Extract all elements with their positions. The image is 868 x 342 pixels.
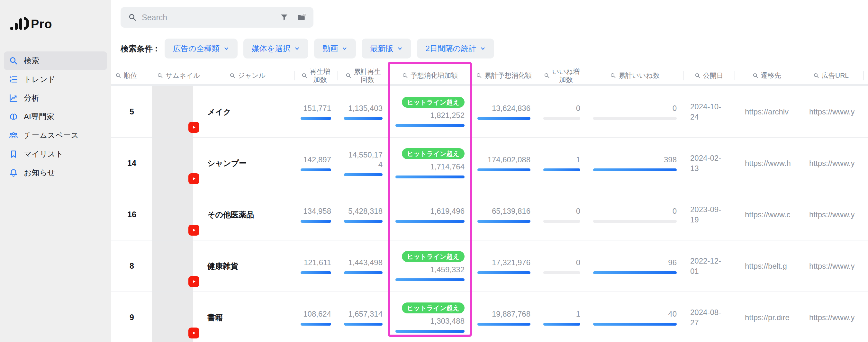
thumbnail-placeholder[interactable] [152, 189, 193, 240]
destination-cell: https://pr.dire [735, 292, 799, 342]
rank-cell: 8 [111, 241, 153, 291]
sidebar-item-my-list[interactable]: マイリスト [4, 145, 107, 163]
search-bar[interactable] [121, 7, 313, 28]
column-header-likes-increase[interactable]: いいね増 加数 [537, 67, 587, 84]
column-header-likes-total[interactable]: 累計いいね数 [587, 67, 683, 84]
spend-total-cell: 17,321,976 [471, 241, 537, 291]
sidebar-item-team-space[interactable]: チームスペース [4, 126, 107, 145]
column-header-spacer [863, 67, 868, 84]
table-row[interactable]: 9 書籍 108,624 1,657,314 ヒットライン超え1,303,488… [111, 292, 868, 342]
likes-increase-cell: 0 [537, 241, 587, 291]
youtube-icon [188, 276, 199, 287]
progress-bar [301, 271, 331, 274]
chevron-down-icon [397, 45, 403, 52]
progress-bar [344, 323, 382, 325]
destination-cell: https://belt.g [735, 241, 799, 291]
ad-url-cell: https://www.y [799, 292, 863, 342]
search-icon [402, 73, 408, 79]
search-input[interactable] [142, 13, 264, 22]
bell-icon [9, 168, 18, 177]
filter-chip-latest[interactable]: 最新版 [362, 38, 411, 59]
column-header-thumbnail[interactable]: サムネイル [153, 67, 201, 84]
column-header-views-total[interactable]: 累計再生 回数 [338, 67, 389, 84]
folder-add-icon[interactable] [297, 13, 306, 22]
search-icon [116, 73, 121, 79]
sidebar-item-label: AI専門家 [24, 112, 54, 122]
column-header-genre[interactable]: ジャンル [201, 67, 294, 84]
thumbnail-placeholder[interactable] [152, 86, 193, 137]
progress-bar [477, 220, 530, 223]
filter-chip-ad-type[interactable]: 広告の全種類 [164, 38, 238, 59]
chevron-down-icon [480, 45, 486, 52]
genre-cell: メイク [201, 86, 294, 137]
thumbnail-placeholder[interactable] [152, 292, 193, 342]
table-row[interactable]: 5 メイク 151,771 1,135,403 ヒットライン超え1,821,25… [111, 86, 868, 137]
sidebar-item-notifications[interactable]: お知らせ [4, 163, 107, 182]
logo-bars-icon [10, 18, 29, 31]
table-row[interactable]: 14 シャンプー 142,897 14,550,174 ヒットライン超え1,71… [111, 137, 868, 189]
brain-icon [9, 112, 18, 121]
rank-cell: 16 [111, 189, 153, 240]
progress-bar [396, 330, 465, 333]
views-total-cell: 1,443,498 [338, 241, 389, 291]
spend-total-cell: 13,624,836 [471, 86, 537, 137]
column-header-spend-increase[interactable]: 予想消化増加額 [389, 67, 471, 84]
search-icon [544, 73, 550, 79]
table-row[interactable]: 16 その他医薬品 134,958 5,428,318 1,619,496 65… [111, 189, 868, 241]
rank-cell: 9 [111, 292, 153, 342]
rank-cell: 14 [111, 137, 153, 189]
views-total-cell: 1,657,314 [338, 292, 389, 342]
sidebar-item-ai-expert[interactable]: AI専門家 [4, 107, 107, 126]
filter-chip-media[interactable]: 媒体を選択 [243, 38, 309, 59]
bookmark-icon [9, 150, 18, 158]
progress-bar [344, 271, 382, 274]
numbered-list-icon: 123 [9, 75, 18, 84]
column-header-spend-total[interactable]: 累計予想消化額 [471, 67, 537, 84]
column-header-destination[interactable]: 遷移先 [735, 67, 799, 84]
progress-bar [344, 117, 382, 120]
destination-cell: https://archiv [735, 86, 799, 137]
thumbnail-placeholder[interactable] [152, 137, 193, 189]
filter-chip-video[interactable]: 動画 [314, 38, 356, 59]
destination-cell: https://www.c [735, 189, 799, 240]
column-header-rank[interactable]: 順位 [111, 67, 153, 84]
topbar [111, 0, 868, 28]
genre-cell: 健康雑貨 [201, 241, 294, 291]
thumbnail-cell [153, 86, 201, 137]
spacer-cell [863, 292, 868, 342]
views-increase-cell: 121,611 [294, 241, 338, 291]
spend-total-cell: 65,139,816 [471, 189, 537, 240]
spacer-cell [863, 86, 868, 137]
thumbnail-cell [153, 241, 201, 291]
likes-total-cell: 0 [587, 189, 683, 240]
publish-date-cell: 2024-10-24 [683, 86, 735, 137]
column-header-ad-url[interactable]: 広告URL [799, 67, 863, 84]
search-icon [302, 73, 307, 79]
filter-chip-stats-interval[interactable]: 2日間隔の統計 [417, 38, 494, 59]
hit-line-badge: ヒットライン超え [402, 97, 465, 108]
sidebar-item-trend[interactable]: 123 トレンド [4, 70, 107, 89]
column-header-publish-date[interactable]: 公開日 [683, 67, 735, 84]
youtube-icon [188, 328, 199, 339]
sidebar-item-search[interactable]: 検索 [4, 52, 107, 70]
search-icon [813, 73, 819, 79]
hit-line-badge: ヒットライン超え [402, 303, 465, 313]
table-header: 順位 サムネイル ジャンル 再生増 加数 累計再生 回数 予想消化増加額 累計予… [111, 67, 868, 84]
genre-cell: その他医薬品 [201, 189, 294, 240]
filter-funnel-icon[interactable] [280, 13, 288, 22]
thumbnail-placeholder[interactable] [152, 241, 193, 291]
views-increase-cell: 151,771 [294, 86, 338, 137]
sidebar-nav: 検索 123 トレンド 分析 AI専門家 チームスペース マイリスト お知らせ [0, 52, 111, 182]
progress-bar [477, 117, 530, 120]
search-icon [229, 73, 235, 79]
views-total-cell: 5,428,318 [338, 189, 389, 240]
sidebar-item-analysis[interactable]: 分析 [4, 89, 107, 107]
sidebar-item-label: チームスペース [24, 130, 79, 141]
spend-total-cell: 19,887,768 [471, 292, 537, 342]
spend-increase-cell: 1,619,496 [389, 189, 471, 240]
column-header-views-increase[interactable]: 再生増 加数 [294, 67, 338, 84]
search-icon [157, 73, 163, 79]
table-row[interactable]: 8 健康雑貨 121,611 1,443,498 ヒットライン超え1,459,3… [111, 241, 868, 292]
likes-increase-cell: 1 [537, 292, 587, 342]
progress-bar [477, 271, 530, 274]
